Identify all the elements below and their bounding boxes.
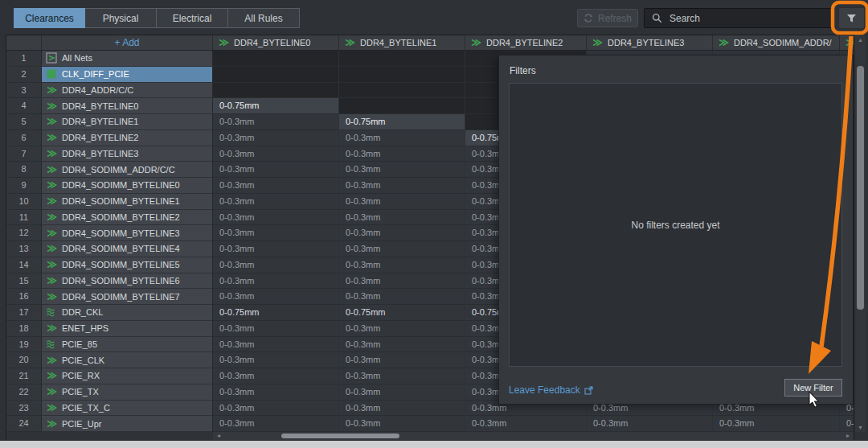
net-name-cell[interactable]: DDR4_BYTELINE0 <box>42 98 213 114</box>
clearance-cell[interactable]: 0-0.75mm <box>339 114 465 130</box>
clearance-cell[interactable] <box>213 83 339 99</box>
clearance-cell[interactable]: 0-0.3mm <box>213 162 339 178</box>
clearance-cell[interactable] <box>339 83 465 99</box>
clearance-cell[interactable]: 0-0.75mm <box>213 98 339 114</box>
clearance-cell[interactable]: 0-0.3mm <box>339 416 465 432</box>
column-header-DDR4_BYTELINE2[interactable]: DDR4_BYTELINE2 <box>465 35 587 50</box>
clearance-cell[interactable]: 0-0.3mm <box>713 416 840 432</box>
clearance-cell[interactable]: 0-0.3mm <box>339 384 465 401</box>
column-header-DDR4_SODIMM_ADDR/[interactable]: DDR4_SODIMM_ADDR/ <box>713 35 840 50</box>
clearance-cell[interactable]: 0-0.3mm <box>339 194 465 210</box>
clearance-cell[interactable]: 0-0.3mm <box>213 289 339 305</box>
net-name-cell[interactable]: DDR4_SODIMM_BYTELINE1 <box>42 194 213 210</box>
net-name-cell[interactable]: DDR4_BYTELINE3 <box>42 146 213 162</box>
leave-feedback-link[interactable]: Leave Feedback <box>509 384 593 396</box>
horizontal-scroll-thumb[interactable] <box>281 434 399 438</box>
net-name-cell[interactable]: DDR4_SODIMM_BYTELINE2 <box>42 210 213 226</box>
column-header-DDR4_BYTELINE3[interactable]: DDR4_BYTELINE3 <box>587 35 713 50</box>
clearance-cell[interactable]: 0-0.3mm <box>213 194 339 210</box>
clearance-cell[interactable]: 0-0.3mm <box>213 130 339 146</box>
vertical-scrollbar[interactable]: ▴ ▾ <box>855 35 866 432</box>
clearance-cell[interactable]: 0-0.3mm <box>339 337 465 353</box>
clearance-cell[interactable] <box>213 51 339 67</box>
net-name-cell[interactable]: PCIE_TX <box>42 384 213 401</box>
clearance-cell[interactable]: 0-0.3mm <box>213 114 339 130</box>
net-name-cell[interactable]: DDR4_SODIMM_BYTELINE5 <box>42 257 213 273</box>
add-rule-button[interactable]: + Add <box>42 35 213 50</box>
clearance-cell[interactable]: 0-0.3mm <box>339 289 465 305</box>
net-name-cell[interactable]: PCIE_Upr <box>42 416 213 432</box>
net-name-cell[interactable]: DDR4_ADDR/C/C <box>42 83 213 99</box>
search-box[interactable] <box>644 8 834 28</box>
column-header-DDR4_BYTELINE1[interactable]: DDR4_BYTELINE1 <box>339 35 465 50</box>
clearance-cell[interactable]: 0-0.3mm <box>213 146 339 162</box>
net-name-cell[interactable]: DDR4_SODIMM_ADDR/C/C <box>42 162 213 178</box>
refresh-button[interactable]: Refresh <box>577 9 638 27</box>
net-name-cell[interactable]: DDR4_SODIMM_BYTELINE7 <box>42 289 213 305</box>
clearance-cell[interactable]: 0-0.3mm <box>213 225 339 241</box>
clearance-cell[interactable]: 0-0.3mm <box>213 337 339 353</box>
net-name-cell[interactable]: All Nets <box>42 51 213 67</box>
net-name-cell[interactable]: DDR4_SODIMM_BYTELINE6 <box>42 273 213 290</box>
clearance-cell[interactable]: 0-0.3mm <box>339 178 465 194</box>
clearance-cell[interactable]: 0-0.3mm <box>213 352 339 368</box>
net-name-cell[interactable]: DDR4_SODIMM_BYTELINE4 <box>42 241 213 257</box>
clearance-cell[interactable] <box>339 67 465 83</box>
net-name-cell[interactable]: ENET_HPS <box>42 321 213 337</box>
clearance-cell[interactable]: 0-0.3mm <box>339 257 465 273</box>
clearance-cell[interactable]: 0-0.3mm <box>339 162 465 178</box>
clearance-cell[interactable]: 0-0.3mm <box>339 273 465 290</box>
net-name-cell[interactable]: DDR_CKL <box>42 305 213 321</box>
column-header-DDR4_BYTELINE0[interactable]: DDR4_BYTELINE0 <box>213 35 339 50</box>
tab-clearances[interactable]: Clearances <box>14 8 85 28</box>
net-name-cell[interactable]: PCIE_TX_C <box>42 401 213 417</box>
clearance-cell[interactable]: 0-0.3mm <box>339 241 465 257</box>
search-input[interactable] <box>668 12 826 25</box>
clearance-cell[interactable]: 0-0.3mm <box>213 178 339 194</box>
clearance-cell[interactable] <box>213 67 339 83</box>
clearance-cell[interactable]: 0-0.3mm <box>339 352 465 368</box>
scroll-up-icon[interactable]: ▴ <box>855 35 866 44</box>
clearance-cell[interactable]: 0-0.3mm <box>339 225 465 241</box>
clearance-cell[interactable]: 0-0.3mm <box>465 416 587 432</box>
clearance-cell[interactable]: 0-0.3mm <box>587 416 713 432</box>
clearance-cell[interactable]: 0-0.3mm <box>213 416 339 432</box>
clearance-cell[interactable]: 0-0.3mm <box>213 273 339 290</box>
clearance-cell[interactable]: 0-0.3mm <box>339 210 465 226</box>
clearance-cell[interactable]: 0-0.3mm <box>213 368 339 384</box>
clearance-cell[interactable]: 0-0.3mm <box>339 146 465 162</box>
net-name-cell[interactable]: DDR4_SODIMM_BYTELINE3 <box>42 225 213 241</box>
net-name-cell[interactable]: PCIE_85 <box>42 337 213 353</box>
clearance-cell[interactable]: 0-0.3mm <box>339 368 465 384</box>
net-name-cell[interactable]: DDR4_BYTELINE1 <box>42 114 213 130</box>
clearance-cell[interactable]: 0-0.75mm <box>213 305 339 321</box>
tab-physical[interactable]: Physical <box>85 8 157 28</box>
vertical-scroll-thumb[interactable] <box>857 66 864 310</box>
net-name-cell[interactable]: CLK_DIFF_PCIE <box>42 67 213 83</box>
clearance-cell[interactable]: 0-0.3mm <box>213 384 339 401</box>
scroll-left-icon[interactable]: ◂ <box>215 432 223 440</box>
clearance-cell[interactable]: 0-0.3mm <box>213 257 339 273</box>
net-name-cell[interactable]: DDR4_BYTELINE2 <box>42 130 213 146</box>
net-name-cell[interactable]: PCIE_CLK <box>42 352 213 368</box>
clearance-cell[interactable] <box>339 51 465 67</box>
clearance-cell[interactable]: 0-0.3mm <box>213 210 339 226</box>
clearance-cell[interactable]: 0-0.3mm <box>213 321 339 337</box>
clearance-cell[interactable]: 0-0.3mm <box>339 401 465 417</box>
column-header-partial[interactable] <box>840 35 854 50</box>
net-name-cell[interactable]: PCIE_RX <box>42 368 213 384</box>
clearance-cell[interactable]: 0-0.3mm <box>840 416 854 432</box>
net-name-cell[interactable]: DDR4_SODIMM_BYTELINE0 <box>42 178 213 194</box>
filter-toggle-button[interactable] <box>838 7 865 29</box>
tab-all-rules[interactable]: All Rules <box>228 8 300 28</box>
scroll-down-icon[interactable]: ▾ <box>855 423 866 432</box>
scroll-right-icon[interactable]: ▸ <box>844 432 852 440</box>
tab-electrical[interactable]: Electrical <box>157 8 228 28</box>
clearance-cell[interactable]: 0-0.3mm <box>213 241 339 257</box>
clearance-cell[interactable]: 0-0.3mm <box>339 130 465 146</box>
horizontal-scrollbar[interactable]: ◂ ▸ <box>213 432 854 440</box>
clearance-cell[interactable]: 0-0.75mm <box>339 305 465 321</box>
clearance-cell[interactable]: 0-0.3mm <box>213 401 339 417</box>
new-filter-button[interactable]: New Filter <box>784 379 842 397</box>
clearance-cell[interactable] <box>339 98 465 114</box>
